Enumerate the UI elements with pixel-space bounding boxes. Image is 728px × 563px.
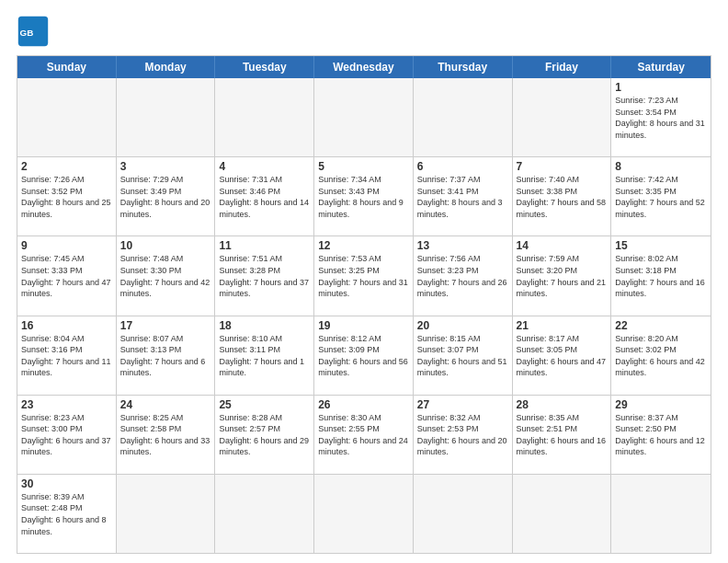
- cell-info: Sunrise: 7:40 AM Sunset: 3:38 PM Dayligh…: [517, 174, 608, 220]
- cal-cell: 4Sunrise: 7:31 AM Sunset: 3:46 PM Daylig…: [215, 157, 314, 236]
- cal-cell: 21Sunrise: 8:17 AM Sunset: 3:05 PM Dayli…: [513, 316, 612, 395]
- cal-cell: [117, 78, 216, 156]
- cell-info: Sunrise: 7:23 AM Sunset: 3:54 PM Dayligh…: [615, 95, 707, 141]
- cal-week-0: 1Sunrise: 7:23 AM Sunset: 3:54 PM Daylig…: [17, 78, 711, 156]
- cell-info: Sunrise: 7:45 AM Sunset: 3:33 PM Dayligh…: [21, 253, 112, 299]
- cal-header-sunday: Sunday: [17, 56, 117, 78]
- day-number: 15: [615, 239, 707, 252]
- page: GB SundayMondayTuesdayWednesdayThursdayF…: [0, 0, 728, 563]
- day-number: 4: [219, 160, 310, 173]
- day-number: 6: [417, 160, 508, 173]
- day-number: 16: [21, 319, 112, 332]
- cal-header-thursday: Thursday: [414, 56, 513, 78]
- day-number: 30: [21, 477, 112, 490]
- cal-cell: 27Sunrise: 8:32 AM Sunset: 2:53 PM Dayli…: [414, 396, 513, 474]
- cal-week-4: 23Sunrise: 8:23 AM Sunset: 3:00 PM Dayli…: [17, 395, 711, 474]
- cal-cell: 17Sunrise: 8:07 AM Sunset: 3:13 PM Dayli…: [117, 316, 216, 395]
- cal-cell: 7Sunrise: 7:40 AM Sunset: 3:38 PM Daylig…: [513, 157, 612, 236]
- day-number: 29: [615, 398, 707, 411]
- cell-info: Sunrise: 8:39 AM Sunset: 2:48 PM Dayligh…: [21, 491, 112, 537]
- calendar-header-row: SundayMondayTuesdayWednesdayThursdayFrid…: [17, 56, 711, 78]
- cell-info: Sunrise: 7:42 AM Sunset: 3:35 PM Dayligh…: [615, 174, 707, 220]
- cal-week-3: 16Sunrise: 8:04 AM Sunset: 3:16 PM Dayli…: [17, 316, 711, 395]
- cal-cell: 12Sunrise: 7:53 AM Sunset: 3:25 PM Dayli…: [314, 236, 414, 315]
- cell-info: Sunrise: 8:12 AM Sunset: 3:09 PM Dayligh…: [318, 333, 409, 379]
- cal-cell: 28Sunrise: 8:35 AM Sunset: 2:51 PM Dayli…: [513, 396, 612, 474]
- cell-info: Sunrise: 8:30 AM Sunset: 2:55 PM Dayligh…: [318, 412, 409, 458]
- day-number: 10: [120, 239, 211, 252]
- cell-info: Sunrise: 8:35 AM Sunset: 2:51 PM Dayligh…: [517, 412, 608, 458]
- day-number: 8: [615, 160, 707, 173]
- cal-cell: 2Sunrise: 7:26 AM Sunset: 3:52 PM Daylig…: [17, 157, 117, 236]
- cell-info: Sunrise: 8:37 AM Sunset: 2:50 PM Dayligh…: [615, 412, 707, 458]
- day-number: 25: [219, 398, 310, 411]
- cal-cell: [513, 78, 612, 156]
- cal-cell: 26Sunrise: 8:30 AM Sunset: 2:55 PM Dayli…: [314, 396, 414, 474]
- cal-cell: 15Sunrise: 8:02 AM Sunset: 3:18 PM Dayli…: [611, 236, 711, 315]
- cell-info: Sunrise: 7:48 AM Sunset: 3:30 PM Dayligh…: [120, 253, 211, 299]
- cal-cell: 22Sunrise: 8:20 AM Sunset: 3:02 PM Dayli…: [611, 316, 711, 395]
- cell-info: Sunrise: 8:25 AM Sunset: 2:58 PM Dayligh…: [120, 412, 211, 458]
- cell-info: Sunrise: 7:29 AM Sunset: 3:49 PM Dayligh…: [120, 174, 211, 220]
- cal-cell: 10Sunrise: 7:48 AM Sunset: 3:30 PM Dayli…: [117, 236, 216, 315]
- day-number: 19: [318, 319, 409, 332]
- cal-header-monday: Monday: [117, 56, 216, 78]
- cell-info: Sunrise: 8:07 AM Sunset: 3:13 PM Dayligh…: [120, 333, 211, 379]
- day-number: 22: [615, 319, 707, 332]
- cal-week-1: 2Sunrise: 7:26 AM Sunset: 3:52 PM Daylig…: [17, 156, 711, 236]
- cal-cell: 1Sunrise: 7:23 AM Sunset: 3:54 PM Daylig…: [611, 78, 711, 156]
- calendar-body: 1Sunrise: 7:23 AM Sunset: 3:54 PM Daylig…: [17, 78, 711, 553]
- cal-cell: [414, 78, 513, 156]
- cal-cell: 8Sunrise: 7:42 AM Sunset: 3:35 PM Daylig…: [611, 157, 711, 236]
- cell-info: Sunrise: 7:53 AM Sunset: 3:25 PM Dayligh…: [318, 253, 409, 299]
- cal-cell: 25Sunrise: 8:28 AM Sunset: 2:57 PM Dayli…: [215, 396, 314, 474]
- cell-info: Sunrise: 7:34 AM Sunset: 3:43 PM Dayligh…: [318, 174, 409, 220]
- cal-cell: 23Sunrise: 8:23 AM Sunset: 3:00 PM Dayli…: [17, 396, 117, 474]
- cal-cell: 11Sunrise: 7:51 AM Sunset: 3:28 PM Dayli…: [215, 236, 314, 315]
- cal-cell: 13Sunrise: 7:56 AM Sunset: 3:23 PM Dayli…: [414, 236, 513, 315]
- cell-info: Sunrise: 7:51 AM Sunset: 3:28 PM Dayligh…: [219, 253, 310, 299]
- cell-info: Sunrise: 7:26 AM Sunset: 3:52 PM Dayligh…: [21, 174, 112, 220]
- day-number: 9: [21, 239, 112, 252]
- cal-cell: [314, 475, 414, 553]
- cal-cell: 18Sunrise: 8:10 AM Sunset: 3:11 PM Dayli…: [215, 316, 314, 395]
- cell-info: Sunrise: 8:17 AM Sunset: 3:05 PM Dayligh…: [517, 333, 608, 379]
- cal-cell: 16Sunrise: 8:04 AM Sunset: 3:16 PM Dayli…: [17, 316, 117, 395]
- cal-cell: 29Sunrise: 8:37 AM Sunset: 2:50 PM Dayli…: [611, 396, 711, 474]
- cell-info: Sunrise: 8:02 AM Sunset: 3:18 PM Dayligh…: [615, 253, 707, 299]
- day-number: 5: [318, 160, 409, 173]
- cell-info: Sunrise: 7:37 AM Sunset: 3:41 PM Dayligh…: [417, 174, 508, 220]
- cal-cell: [117, 475, 216, 553]
- logo: GB: [17, 15, 53, 48]
- day-number: 23: [21, 398, 112, 411]
- cal-cell: 20Sunrise: 8:15 AM Sunset: 3:07 PM Dayli…: [414, 316, 513, 395]
- cal-header-friday: Friday: [513, 56, 612, 78]
- day-number: 7: [517, 160, 608, 173]
- day-number: 13: [417, 239, 508, 252]
- cal-cell: [215, 78, 314, 156]
- day-number: 12: [318, 239, 409, 252]
- cal-header-wednesday: Wednesday: [314, 56, 414, 78]
- day-number: 3: [120, 160, 211, 173]
- cal-cell: [611, 475, 711, 553]
- day-number: 14: [517, 239, 608, 252]
- cal-cell: [17, 78, 117, 156]
- cell-info: Sunrise: 7:59 AM Sunset: 3:20 PM Dayligh…: [517, 253, 608, 299]
- logo-icon: GB: [17, 15, 50, 48]
- svg-text:GB: GB: [20, 28, 34, 38]
- cell-info: Sunrise: 8:04 AM Sunset: 3:16 PM Dayligh…: [21, 333, 112, 379]
- cal-cell: [215, 475, 314, 553]
- day-number: 26: [318, 398, 409, 411]
- cell-info: Sunrise: 8:28 AM Sunset: 2:57 PM Dayligh…: [219, 412, 310, 458]
- cell-info: Sunrise: 8:23 AM Sunset: 3:00 PM Dayligh…: [21, 412, 112, 458]
- cal-cell: [513, 475, 612, 553]
- cell-info: Sunrise: 8:20 AM Sunset: 3:02 PM Dayligh…: [615, 333, 707, 379]
- cal-week-2: 9Sunrise: 7:45 AM Sunset: 3:33 PM Daylig…: [17, 236, 711, 315]
- cal-cell: 30Sunrise: 8:39 AM Sunset: 2:48 PM Dayli…: [17, 475, 117, 553]
- cal-header-tuesday: Tuesday: [215, 56, 314, 78]
- day-number: 17: [120, 319, 211, 332]
- cell-info: Sunrise: 8:15 AM Sunset: 3:07 PM Dayligh…: [417, 333, 508, 379]
- cal-cell: 6Sunrise: 7:37 AM Sunset: 3:41 PM Daylig…: [414, 157, 513, 236]
- cal-cell: 5Sunrise: 7:34 AM Sunset: 3:43 PM Daylig…: [314, 157, 414, 236]
- cal-header-saturday: Saturday: [611, 56, 711, 78]
